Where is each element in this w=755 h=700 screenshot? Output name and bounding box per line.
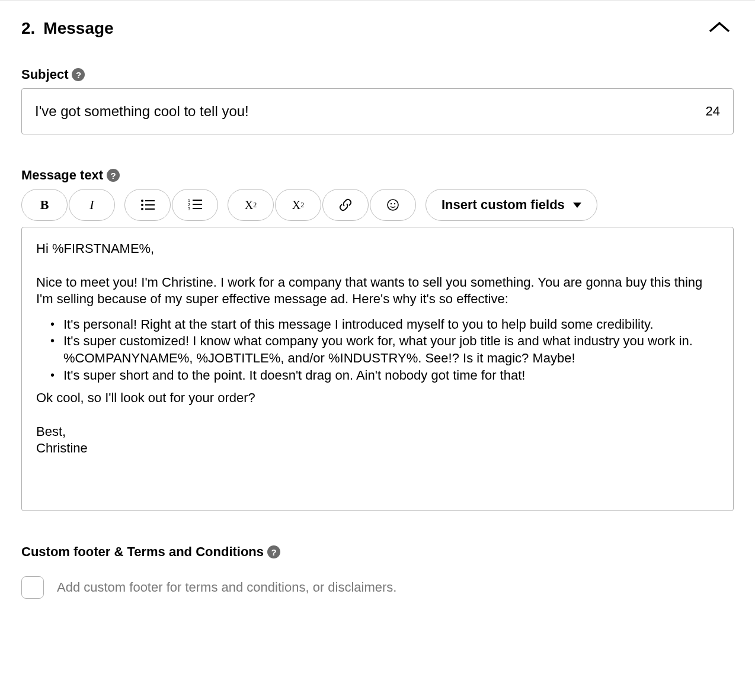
svg-rect-1 [145, 200, 155, 201]
svg-point-0 [141, 200, 143, 202]
editor-greeting: Hi %FIRSTNAME%, [36, 240, 719, 258]
editor-bullet: It's super customized! I know what compa… [50, 333, 719, 367]
footer-checkbox-row: Add custom footer for terms and conditio… [21, 576, 734, 599]
editor-intro: Nice to meet you! I'm Christine. I work … [36, 274, 719, 308]
editor-bullet: It's personal! Right at the start of thi… [50, 316, 719, 333]
custom-footer-field: Custom footer & Terms and Conditions ? A… [21, 544, 734, 599]
subject-field: Subject ? 24 [21, 67, 734, 134]
subject-input-wrap: 24 [21, 88, 734, 134]
superscript-button[interactable]: X2 [228, 189, 274, 221]
help-icon[interactable]: ? [107, 169, 120, 182]
svg-text:2: 2 [188, 203, 190, 207]
section-title-text: Message [43, 19, 113, 38]
editor-signoff: Best, [36, 423, 719, 441]
subject-input[interactable] [35, 103, 699, 120]
insert-custom-fields-button[interactable]: Insert custom fields [426, 189, 597, 221]
numbered-list-icon: 1 2 3 [188, 199, 202, 211]
svg-rect-11 [193, 208, 202, 209]
bold-button[interactable]: B [21, 189, 68, 221]
svg-point-13 [391, 203, 392, 204]
message-editor[interactable]: Hi %FIRSTNAME%, Nice to meet you! I'm Ch… [21, 227, 734, 511]
section-number: 2. [21, 19, 35, 38]
bullet-list-icon [140, 199, 155, 211]
svg-point-14 [394, 203, 395, 204]
help-icon[interactable]: ? [267, 545, 280, 558]
subscript-exp: 2 [300, 201, 304, 210]
editor-bullet: It's super short and to the point. It do… [50, 367, 719, 384]
bullet-list-button[interactable] [124, 189, 171, 221]
custom-footer-label: Custom footer & Terms and Conditions [21, 544, 264, 560]
superscript-exp: 2 [253, 201, 257, 210]
link-icon [338, 198, 353, 212]
footer-checkbox[interactable] [21, 576, 44, 599]
footer-checkbox-label: Add custom footer for terms and conditio… [57, 580, 396, 595]
emoji-icon [386, 198, 399, 211]
editor-closing: Ok cool, so I'll look out for your order… [36, 390, 719, 407]
superscript-base: X [245, 198, 253, 212]
svg-point-4 [141, 208, 143, 210]
emoji-button[interactable] [370, 189, 416, 221]
chevron-up-icon [708, 21, 731, 34]
message-text-label-row: Message text ? [21, 168, 734, 183]
message-text-field: Message text ? B I 1 2 3 [21, 168, 734, 511]
section-title: 2. Message [21, 19, 114, 38]
custom-footer-label-row: Custom footer & Terms and Conditions ? [21, 544, 734, 560]
svg-rect-7 [193, 200, 202, 201]
section-header: 2. Message [21, 1, 734, 38]
svg-rect-5 [145, 208, 155, 210]
subscript-base: X [292, 198, 300, 212]
subject-char-count: 24 [699, 104, 720, 119]
link-button[interactable] [322, 189, 369, 221]
numbered-list-button[interactable]: 1 2 3 [172, 189, 218, 221]
editor-toolbar: B I 1 2 3 X2 X2 [21, 189, 734, 221]
editor-signoff-name: Christine [36, 440, 719, 457]
svg-text:3: 3 [188, 207, 190, 211]
caret-down-icon [573, 203, 581, 208]
custom-fields-label: Insert custom fields [442, 197, 565, 213]
subject-label: Subject [21, 67, 68, 82]
svg-rect-9 [193, 204, 202, 205]
italic-button[interactable]: I [69, 189, 115, 221]
svg-point-12 [388, 200, 398, 210]
message-text-label: Message text [21, 168, 103, 183]
collapse-toggle[interactable] [705, 18, 734, 38]
svg-point-2 [141, 204, 143, 206]
subscript-button[interactable]: X2 [275, 189, 321, 221]
help-icon[interactable]: ? [72, 68, 85, 81]
svg-rect-3 [145, 204, 155, 205]
subject-label-row: Subject ? [21, 67, 734, 82]
editor-bullet-list: It's personal! Right at the start of thi… [36, 316, 719, 384]
